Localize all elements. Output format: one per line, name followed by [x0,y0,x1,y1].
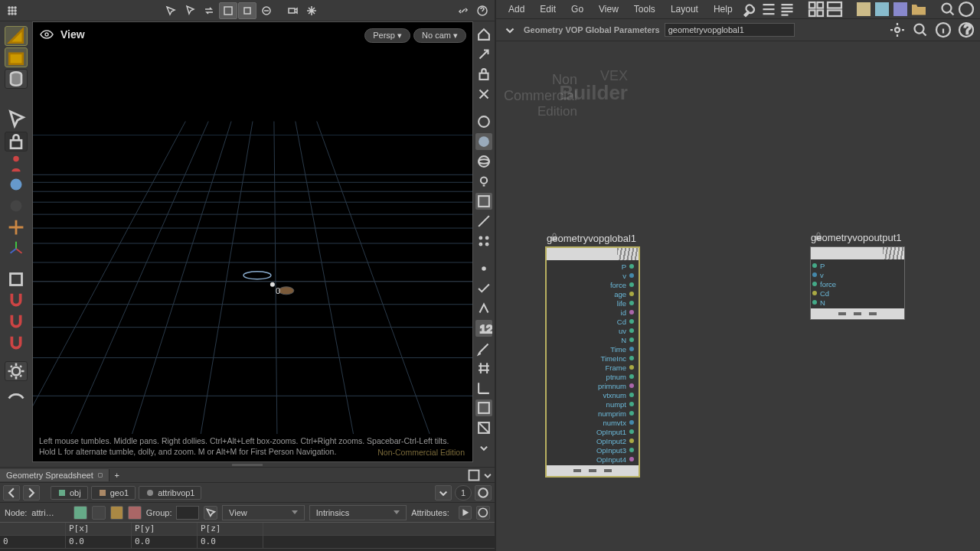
3d-viewport[interactable]: View Persp ▾ No cam ▾ [32,21,473,462]
disp-arrow-icon[interactable] [475,46,492,63]
image-icon[interactable] [891,2,910,17]
output-port[interactable]: numpt [548,399,634,409]
note-icon[interactable] [854,2,873,17]
link-icon[interactable] [454,2,472,19]
output-port[interactable]: vtxnum [548,390,634,399]
output-port[interactable]: Frame [548,363,634,372]
input-port[interactable]: N [812,298,900,307]
level-detail-icon[interactable] [128,506,142,520]
output-port[interactable]: numprim [548,409,634,418]
menu-view[interactable]: View [591,2,626,17]
col-pz[interactable]: P[z] [198,523,263,535]
help2-icon[interactable] [957,2,975,17]
table-row[interactable]: 0 0.0 0.0 0.0 [0,536,495,549]
persp-dropdown[interactable]: Persp ▾ [364,28,410,43]
path-dropdown[interactable] [435,485,452,500]
frame-icon[interactable] [238,2,256,19]
panemenu-icon[interactable] [481,469,495,481]
play-icon[interactable] [459,506,472,520]
output-port[interactable]: Cd [548,317,634,326]
nav-fwd[interactable] [23,485,40,500]
disp-pick-icon[interactable] [475,300,492,317]
disp-sphere-icon[interactable] [475,113,492,130]
tool-magnet1[interactable] [5,291,28,311]
disp-wire-icon[interactable] [475,153,492,170]
tool-axis[interactable] [5,239,28,259]
tool-select[interactable] [5,110,28,130]
disp-angle-icon[interactable] [475,380,492,396]
disp-render-icon[interactable] [475,419,492,436]
output-port[interactable]: primnum [548,381,634,390]
node-header[interactable] [811,247,904,259]
tool-magnet2[interactable] [5,312,28,332]
camera-icon[interactable] [283,2,302,19]
level-verts-icon[interactable] [92,506,106,520]
col-px[interactable]: P[x] [66,523,132,535]
spreadsheet-grid[interactable]: P[x] P[y] P[z] 0 0.0 0.0 0.0 [0,522,495,551]
cursor-icon[interactable] [162,2,180,19]
disp-home-icon[interactable] [475,26,492,43]
col-index[interactable] [0,523,66,535]
disp-line-icon[interactable] [475,213,492,230]
disp-lit-icon[interactable] [475,133,492,150]
disp-down-icon[interactable] [475,439,492,456]
gear-icon[interactable] [888,22,906,37]
tool-dark[interactable] [5,196,28,216]
menu-add[interactable]: Add [501,2,532,17]
col-py[interactable]: P[y] [132,523,198,535]
folder-icon[interactable] [910,2,928,17]
level-prims-icon[interactable] [110,506,124,520]
disp-bulb-icon[interactable] [475,173,492,190]
crumb-obj[interactable]: obj [51,486,88,500]
disp-brush-icon[interactable] [475,340,492,357]
tool-sphere[interactable] [5,174,28,194]
output-port[interactable]: age [548,289,634,298]
maximize-icon[interactable] [467,469,481,481]
menu-help[interactable]: Help [706,2,740,17]
output-port[interactable]: id [548,308,634,317]
node-footer[interactable] [811,308,904,319]
disp-tex-icon[interactable] [475,193,492,210]
node-name-input[interactable] [665,23,795,37]
tool-lock[interactable] [5,132,28,152]
tool-constraint[interactable] [5,269,28,289]
sparkle-icon[interactable] [302,2,321,19]
disp-x-icon[interactable] [475,86,492,103]
minus-circle-icon[interactable] [257,2,276,19]
disp-hash-icon[interactable] [475,360,492,377]
tool-arc[interactable] [5,383,28,403]
output-port[interactable]: OpInput2 [548,436,634,445]
disp-num-icon[interactable]: 12 [475,320,492,337]
pin-toggle[interactable]: 1 [455,485,472,500]
input-port[interactable]: Cd [812,289,900,298]
tab-add[interactable]: + [109,471,125,480]
visibility-dd-icon[interactable] [501,22,519,37]
menu-tools[interactable]: Tools [626,2,663,17]
crumb-attribvop1[interactable]: attribvop1 [139,486,201,500]
output-port[interactable]: N [548,335,634,344]
wrench-icon[interactable] [741,2,760,17]
help-icon[interactable] [476,506,490,520]
help-icon[interactable] [473,2,492,19]
output-port[interactable]: uv [548,326,634,335]
disp-dots-icon[interactable] [475,233,492,249]
shaded-icon[interactable] [219,2,237,19]
input-port[interactable]: force [812,279,900,289]
select-arrow-icon[interactable] [181,2,199,19]
list-icon[interactable] [760,2,778,17]
level-points-icon[interactable] [74,506,87,520]
close-icon[interactable] [98,473,103,478]
node-geometryvopglobal1[interactable]: geometryvopglobal1 PvforceagelifeidCduvN… [545,246,640,478]
node-graph[interactable]: VEX Builder Non Commercial Edition geome… [496,41,980,551]
swap-icon[interactable] [200,2,218,19]
node-footer[interactable] [547,465,639,476]
text-icon[interactable] [778,2,796,17]
grid4-icon[interactable] [807,2,825,17]
tool-person[interactable] [5,153,28,173]
tab-geometry-spreadsheet[interactable]: Geometry Spreadsheet [0,469,109,481]
output-port[interactable]: force [548,280,634,289]
tool-gear[interactable] [5,361,28,381]
output-port[interactable]: OpInput1 [548,427,634,436]
help3-icon[interactable]: ? [957,22,975,37]
link-toggle[interactable] [475,485,492,500]
